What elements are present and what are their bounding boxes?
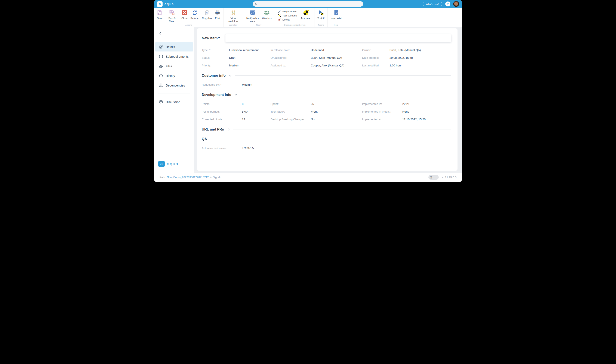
new-item-title-input[interactable]	[225, 34, 451, 42]
field-last-modified: Last modified:1.00 hour	[362, 64, 451, 67]
refresh-arrows-icon	[192, 10, 198, 16]
section-customer-info[interactable]: Customer info	[202, 74, 451, 78]
gear-icon: ⚙	[429, 176, 432, 179]
sidebar-aqua-logo: a aqua	[154, 161, 194, 173]
sidebar-item-subrequirements[interactable]: Subrequirements	[155, 52, 193, 61]
create-test-scenario-label: Test scenario	[283, 14, 297, 17]
field-implemented-in: Implemented in:22.21	[362, 102, 451, 105]
notify-other-user-button[interactable]: Notify other user	[246, 10, 259, 23]
floppy-save-icon	[157, 10, 163, 16]
paperclip-icon	[159, 64, 163, 68]
notify-other-user-label: Notify other user	[246, 17, 259, 23]
section-qa: QA	[202, 137, 451, 141]
chevron-right-icon[interactable]	[227, 128, 230, 131]
toolbar-group-create-dependent-event: Requirement Test scenario Defect	[275, 8, 315, 27]
sidebar-item-dependencies[interactable]: Dependencies	[155, 81, 193, 90]
breadcrumb-current: Sign-In	[213, 176, 221, 179]
field-actualize-test-cases: Actualize test cases:TC83755	[202, 146, 271, 150]
field-tech-stack: Tech Stack:Front	[271, 110, 362, 113]
toolbar-group-workflow: View workflow Workflow	[223, 8, 243, 27]
field-priority: Priority:Medium	[202, 64, 271, 67]
workflow-tree-icon	[230, 10, 236, 16]
aqua-logo-text: aqua	[167, 161, 178, 166]
section-title: Development info	[202, 93, 231, 97]
close-label: Close	[181, 17, 188, 20]
ribbon-toolbar: Save Save& Close Close	[154, 8, 462, 27]
requirement-pen-icon	[278, 10, 281, 13]
watches-button[interactable]: Watches	[262, 10, 272, 20]
create-requirement-item[interactable]: Requirement	[278, 10, 297, 13]
field-in-release-note: In release note:Undefined	[271, 49, 362, 52]
print-label: Print	[215, 17, 220, 20]
aqua-logo-icon: a	[158, 161, 165, 167]
sidebar-item-details[interactable]: Details	[155, 42, 193, 52]
whats-new-button[interactable]: What's new?	[423, 2, 442, 6]
field-points-burned: Points burned:5.00	[202, 110, 271, 113]
watchers-group-icon	[263, 10, 270, 16]
toolbar-group-help: ? aqua Wiki Help	[328, 8, 344, 27]
create-test-scenario-item[interactable]: Test scenario	[278, 14, 297, 17]
search-input[interactable]	[260, 2, 361, 6]
sidebar-item-label: Files	[166, 65, 172, 68]
section-divider-line	[210, 139, 451, 139]
qa-fields: Actualize test cases:TC83755	[202, 146, 451, 150]
field-corrected-pionts: Corrected pionts:13	[202, 118, 271, 121]
details-card: New item:* Type: *Functional requirement…	[197, 28, 457, 171]
toolbar-group-label-workflow: Workflow	[223, 24, 243, 27]
refresh-label: Refresh	[191, 17, 199, 20]
wiki-book-icon: ?	[333, 10, 339, 16]
sidebar-item-label: Subrequirements	[166, 55, 189, 58]
chevron-down-icon[interactable]	[229, 74, 232, 77]
toolbar-group-notify: Notify other user Watches Notify	[243, 8, 275, 27]
user-avatar[interactable]	[453, 1, 459, 7]
section-url-and-prs[interactable]: URL and PRs	[202, 127, 451, 131]
field-points: Points:8	[202, 102, 271, 105]
sidebar-item-history[interactable]: History	[155, 71, 193, 80]
save-and-close-button[interactable]: Save& Close	[165, 10, 178, 23]
sidebar-item-discussion[interactable]: Discussion	[155, 97, 193, 107]
section-title: QA	[202, 137, 207, 141]
aqua-wiki-button[interactable]: ? aqua Wiki	[331, 10, 342, 20]
save-button[interactable]: Save	[157, 10, 163, 20]
aqua-wiki-label: aqua Wiki	[331, 17, 342, 20]
refresh-button[interactable]: Refresh	[191, 10, 199, 20]
sidebar-item-label: Dependencies	[166, 84, 185, 87]
aqua-logo[interactable]: a aqua	[157, 1, 174, 7]
section-title: URL and PRs	[202, 127, 224, 131]
settings-toggle[interactable]: ⚙	[428, 175, 439, 180]
sidebar-item-label: Discussion	[166, 100, 180, 104]
field-implemented-in-hotfix: Implemented in (hotfix):None	[362, 110, 451, 113]
new-item-label: New item:*	[202, 36, 220, 40]
toolbar-group-testing: Test it! Testing	[315, 8, 328, 27]
help-icon[interactable]: ?	[445, 1, 450, 6]
aqua-logo-icon: a	[157, 1, 163, 7]
field-owner: Owner:Bush, Kate (Manual QA)	[362, 49, 451, 52]
printer-icon	[215, 10, 220, 16]
edit-icon	[159, 45, 163, 49]
sidebar-item-files[interactable]: Files	[155, 62, 193, 71]
create-defect-item[interactable]: Defect	[278, 18, 297, 21]
print-button[interactable]: Print	[215, 10, 220, 20]
content-area: New item:* Type: *Functional requirement…	[194, 27, 462, 173]
global-search[interactable]	[253, 1, 363, 7]
test-it-label: Test it!	[317, 17, 325, 20]
clock-icon	[159, 74, 163, 78]
breadcrumb-project-link[interactable]: ShopDemo_202203301728416212	[167, 176, 209, 179]
toolbar-group-label-create-dependent-event: Create dependent event	[275, 24, 314, 27]
chevron-down-icon[interactable]	[234, 93, 237, 96]
top-bar: a aqua What's new? ?	[154, 0, 462, 8]
test-it-button[interactable]: Test it!	[317, 10, 325, 20]
toolbar-group-label-actions: Actions	[154, 24, 223, 27]
copy-link-button[interactable]: Copy link	[202, 10, 212, 20]
collapse-sidebar-chevron-icon[interactable]	[159, 32, 162, 36]
create-test-case-button[interactable]: Test case	[301, 10, 311, 20]
copy-link-pages-icon	[204, 10, 210, 16]
section-divider-line	[233, 129, 451, 130]
field-date-created: Date created:29.08.2022, 16:48	[362, 56, 451, 59]
customer-info-fields: Requested by: *Medium	[202, 83, 451, 86]
test-case-target-icon	[303, 10, 309, 16]
close-button[interactable]: Close	[181, 10, 188, 20]
view-workflow-button[interactable]: View workflow	[227, 10, 240, 23]
section-development-info[interactable]: Development info	[202, 93, 451, 97]
view-workflow-label: View workflow	[227, 17, 240, 23]
